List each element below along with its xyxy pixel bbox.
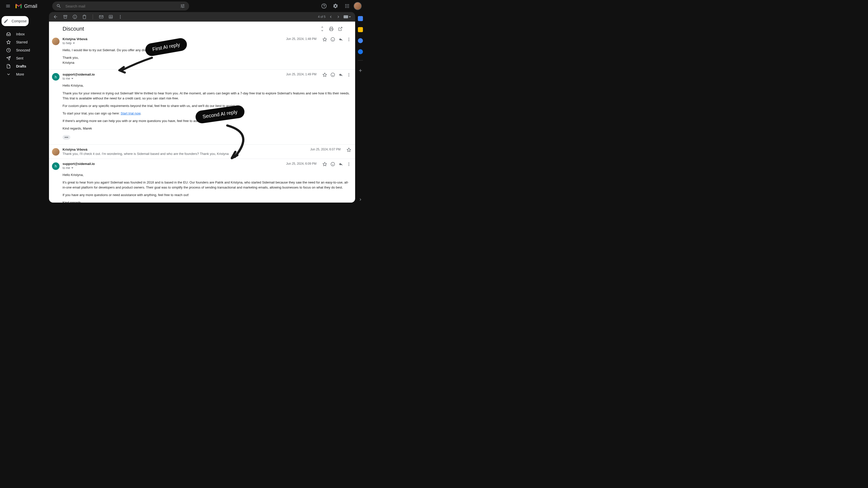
archive-icon (63, 14, 68, 19)
sender-avatar[interactable]: h (52, 162, 60, 170)
older-button[interactable] (336, 14, 341, 19)
archive-button[interactable] (63, 14, 68, 19)
sidebar: Compose Inbox Starred Snoozed Sent Draft… (0, 12, 49, 205)
svg-point-36 (349, 74, 349, 75)
start-trial-link[interactable]: Start trial now (121, 111, 141, 115)
triangle-down-icon (349, 15, 351, 18)
svg-marker-33 (323, 73, 327, 76)
back-button[interactable] (53, 14, 58, 19)
inbox-icon (6, 32, 11, 37)
apps-button[interactable] (342, 1, 352, 11)
compose-button[interactable]: Compose (1, 16, 29, 26)
show-trimmed-button[interactable]: ••• (63, 135, 70, 139)
reply-button[interactable] (339, 37, 343, 42)
star-button[interactable] (347, 148, 351, 152)
support-button[interactable] (319, 1, 329, 11)
delete-button[interactable] (82, 14, 87, 19)
print-icon (329, 27, 334, 31)
chevron-left-icon (329, 14, 333, 19)
move-to-inbox-button[interactable] (108, 14, 113, 19)
tasks-app[interactable] (358, 38, 363, 43)
sidebar-item-label: Starred (16, 40, 28, 44)
help-icon (321, 3, 327, 9)
trash-icon (82, 14, 87, 19)
svg-point-2 (345, 4, 346, 5)
message-more-button[interactable] (347, 72, 351, 77)
sidebar-item-more[interactable]: More (0, 70, 49, 78)
compose-label: Compose (11, 19, 27, 23)
calendar-app[interactable] (358, 16, 363, 21)
sidebar-item-sent[interactable]: Sent (0, 54, 49, 62)
reply-button[interactable] (339, 72, 343, 77)
sender-avatar[interactable] (52, 148, 60, 156)
recipient-line[interactable]: to me (63, 166, 283, 170)
triangle-down-icon (71, 77, 73, 80)
sender-name: Kristýna Vrbová (63, 37, 283, 41)
react-button[interactable] (331, 72, 335, 77)
settings-button[interactable] (331, 1, 341, 11)
star-button[interactable] (322, 162, 327, 166)
reply-button[interactable] (339, 162, 343, 166)
move-to-inbox-icon (108, 14, 113, 19)
mark-unread-button[interactable] (99, 14, 103, 19)
get-addons-button[interactable] (356, 67, 365, 74)
toolbar-divider (93, 14, 93, 19)
search-button[interactable] (54, 1, 63, 10)
trial-link-paragraph: To start your trial, you can sign up her… (63, 111, 351, 116)
tune-icon (180, 3, 185, 8)
search-input[interactable] (63, 4, 178, 8)
star-outline-icon (322, 37, 327, 42)
hide-sidepanel-button[interactable] (356, 196, 365, 203)
message-3-collapsed[interactable]: Kristýna Vrbová Thank you, I'll check it… (49, 144, 355, 159)
message-more-button[interactable] (347, 37, 351, 42)
svg-point-23 (120, 18, 121, 19)
keep-app[interactable] (358, 27, 363, 32)
svg-point-34 (331, 73, 335, 77)
new-window-button[interactable] (338, 27, 343, 31)
message-date: Jun 25, 2024, 6:09 PM (286, 162, 316, 165)
message-snippet: Thank you, I'll check it out. I'm wonder… (63, 152, 307, 156)
sidebar-item-snoozed[interactable]: Snoozed (0, 46, 49, 54)
input-tools-button[interactable] (344, 15, 351, 18)
message-body: Hello Kristyna, Thank you for your inter… (63, 83, 351, 140)
toolbar: 4 of 5 (49, 12, 355, 22)
toggle-expand-button[interactable] (320, 27, 324, 31)
svg-point-7 (348, 5, 349, 6)
spam-button[interactable] (72, 14, 77, 19)
message-4: h support@sidemail.io to me Jun 25, 2024… (49, 159, 355, 203)
subject-row: Discount (49, 22, 355, 34)
message-date: Jun 25, 2024, 6:07 PM (310, 148, 341, 151)
star-button[interactable] (322, 72, 327, 77)
contacts-app[interactable] (358, 49, 363, 54)
more-actions-button[interactable] (118, 14, 123, 19)
newer-button[interactable] (329, 14, 333, 19)
sidebar-item-inbox[interactable]: Inbox (0, 30, 49, 38)
svg-point-10 (348, 7, 349, 8)
message-more-button[interactable] (347, 162, 351, 166)
send-icon (6, 56, 11, 61)
gmail-icon (15, 3, 22, 9)
sidebar-item-drafts[interactable]: Drafts (0, 62, 49, 70)
search-options-button[interactable] (178, 1, 187, 10)
print-button[interactable] (329, 27, 334, 31)
gmail-logo[interactable]: Gmail (15, 3, 37, 9)
sender-avatar[interactable] (52, 38, 60, 45)
star-button[interactable] (322, 37, 327, 42)
sender-name: Kristýna Vrbová (63, 148, 307, 151)
pencil-icon (3, 19, 8, 24)
main-menu-button[interactable] (2, 0, 14, 12)
plus-icon (358, 68, 363, 73)
star-outline-icon (322, 72, 327, 77)
sender-avatar[interactable]: h (52, 73, 60, 80)
sidebar-item-starred[interactable]: Starred (0, 38, 49, 46)
recipient-line[interactable]: to help (63, 41, 283, 45)
account-avatar[interactable] (353, 2, 362, 10)
svg-point-41 (331, 162, 335, 166)
react-button[interactable] (331, 37, 335, 42)
react-button[interactable] (331, 162, 335, 166)
recipient-line[interactable]: to me (63, 77, 283, 80)
file-icon (6, 64, 11, 69)
search-bar[interactable] (52, 1, 189, 10)
sidebar-item-label: Inbox (16, 32, 25, 36)
svg-point-44 (349, 165, 349, 166)
